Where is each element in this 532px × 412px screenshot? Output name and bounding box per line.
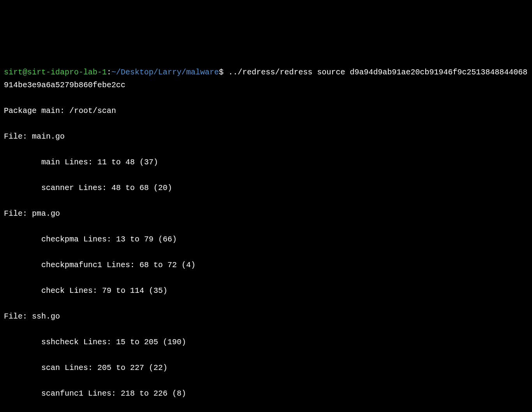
function-line: checkpmafunc1 Lines: 68 to 72 (4) (4, 259, 528, 271)
function-line: scanfunc1 Lines: 218 to 226 (8) (4, 387, 528, 400)
prompt-symbol: $ (219, 68, 224, 77)
prompt-user-host: sirt@sirt-idapro-lab-1 (4, 68, 107, 77)
function-line: scanner Lines: 48 to 68 (20) (4, 181, 528, 194)
file-header: File: pma.go (4, 207, 528, 220)
function-line: check Lines: 79 to 114 (35) (4, 284, 528, 297)
prompt-line: sirt@sirt-idapro-lab-1:~/Desktop/Larry/m… (4, 66, 528, 92)
file-header: File: ssh.go (4, 310, 528, 323)
function-line: sshcheck Lines: 15 to 205 (190) (4, 336, 528, 349)
package-line: Package main: /root/scan (4, 104, 528, 117)
file-header: File: main.go (4, 130, 528, 143)
function-line: scan Lines: 205 to 227 (22) (4, 361, 528, 374)
prompt-separator: : (107, 68, 111, 77)
terminal-window[interactable]: sirt@sirt-idapro-lab-1:~/Desktop/Larry/m… (4, 53, 528, 412)
function-line: checkpma Lines: 13 to 79 (66) (4, 233, 528, 246)
prompt-path: ~/Desktop/Larry/malware (111, 68, 219, 77)
function-line: main Lines: 11 to 48 (37) (4, 156, 528, 169)
